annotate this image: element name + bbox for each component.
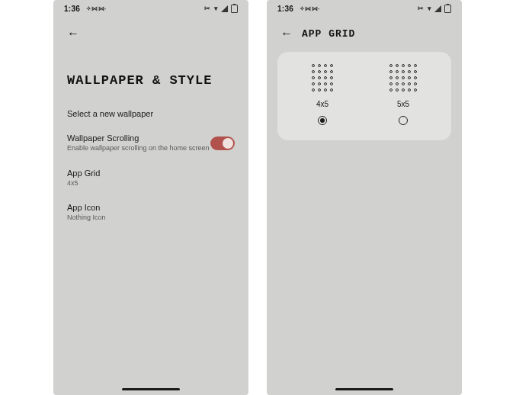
wallpaper-scrolling-subtitle: Enable wallpaper scrolling on the home s… bbox=[67, 144, 210, 153]
grid-option-5x5[interactable]: 5x5 bbox=[389, 64, 418, 125]
select-wallpaper-label: Select a new wallpaper bbox=[67, 109, 235, 118]
page-title: WALLPAPER & STYLE bbox=[53, 46, 248, 101]
phone-wallpaper-style: 1:36 ✧ ⋈ ⋈ · ✂ ▾ ← WALLPAPER & STYLE Sel… bbox=[53, 0, 248, 395]
radio-5x5[interactable] bbox=[399, 116, 408, 125]
status-left-icons: ✧ ⋈ ⋈ · bbox=[86, 5, 105, 12]
app-icon-value: Nothing Icon bbox=[67, 214, 235, 223]
gesture-bar[interactable] bbox=[122, 388, 180, 390]
radio-4x5[interactable] bbox=[318, 116, 327, 125]
grid-option-label: 5x5 bbox=[397, 100, 409, 108]
status-bar: 1:36 ✧ ⋈ ⋈ · ✂ ▾ bbox=[267, 0, 462, 17]
signal-icon bbox=[434, 5, 441, 12]
battery-icon bbox=[444, 5, 451, 13]
phone-app-grid: 1:36 ✧ ⋈ ⋈ · ✂ ▾ ← APP GRID 4x5 5x5 bbox=[267, 0, 462, 395]
status-time: 1:36 bbox=[277, 5, 293, 13]
app-grid-row[interactable]: App Grid 4x5 bbox=[53, 161, 248, 196]
status-right-icons: ✂ ▾ bbox=[204, 5, 238, 13]
app-grid-value: 4x5 bbox=[67, 179, 235, 188]
grid-options-card: 4x5 5x5 bbox=[277, 52, 451, 140]
app-icon-row[interactable]: App Icon Nothing Icon bbox=[53, 195, 248, 230]
gesture-bar[interactable] bbox=[335, 388, 393, 390]
wifi-icon: ▾ bbox=[214, 5, 218, 12]
battery-icon bbox=[231, 5, 238, 13]
grid-option-label: 4x5 bbox=[316, 100, 328, 108]
signal-icon bbox=[221, 5, 228, 12]
header: ← APP GRID bbox=[267, 17, 462, 46]
status-bar: 1:36 ✧ ⋈ ⋈ · ✂ ▾ bbox=[53, 0, 248, 17]
status-time: 1:36 bbox=[64, 5, 80, 13]
grid-option-4x5[interactable]: 4x5 bbox=[312, 64, 334, 125]
header: ← bbox=[53, 17, 248, 46]
scissors-icon: ✂ bbox=[418, 5, 424, 12]
grid-preview-5x5-icon bbox=[389, 64, 418, 92]
app-icon-title: App Icon bbox=[67, 203, 235, 212]
wallpaper-scrolling-toggle[interactable] bbox=[210, 136, 235, 150]
wifi-icon: ▾ bbox=[428, 5, 431, 12]
status-left-icons: ✧ ⋈ ⋈ · bbox=[300, 5, 319, 12]
grid-preview-4x5-icon bbox=[312, 64, 334, 92]
app-grid-title: App Grid bbox=[67, 169, 235, 178]
select-wallpaper-row[interactable]: Select a new wallpaper bbox=[53, 101, 248, 126]
back-arrow-icon[interactable]: ← bbox=[67, 27, 79, 40]
wallpaper-scrolling-row[interactable]: Wallpaper Scrolling Enable wallpaper scr… bbox=[53, 126, 248, 161]
wallpaper-scrolling-title: Wallpaper Scrolling bbox=[67, 133, 210, 143]
status-right-icons: ✂ ▾ bbox=[418, 5, 451, 13]
back-arrow-icon[interactable]: ← bbox=[280, 27, 293, 40]
scissors-icon: ✂ bbox=[204, 5, 210, 12]
page-title: APP GRID bbox=[302, 28, 355, 40]
